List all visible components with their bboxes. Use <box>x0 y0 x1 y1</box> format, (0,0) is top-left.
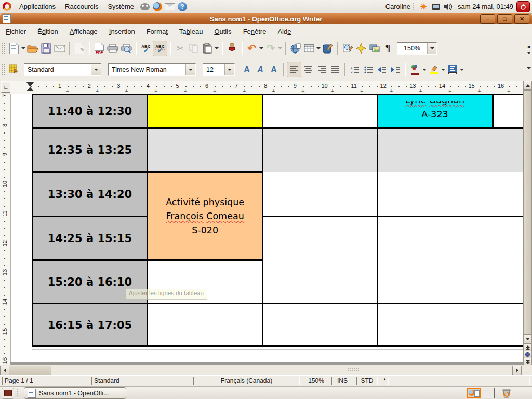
signature-field[interactable] <box>392 377 411 385</box>
align-justify-button[interactable] <box>328 62 342 77</box>
menu-outils[interactable]: Outils <box>208 26 237 37</box>
table-cell[interactable] <box>493 217 524 260</box>
close-button[interactable]: ✕ <box>514 14 529 24</box>
page-preview-button[interactable] <box>119 41 133 56</box>
schedule-table[interactable]: 11:40 à 12:30Lyne GagnonA-32312:35 à 13:… <box>32 94 524 347</box>
copy-icon[interactable] <box>187 41 201 56</box>
font-name-combo[interactable]: Times New Roman <box>108 63 196 76</box>
horizontal-scrollbar[interactable] <box>0 365 532 376</box>
toolbar-options-dropdown[interactable] <box>527 67 531 78</box>
taskbar-window-button[interactable]: Sans nom1 - OpenOffi... <box>24 387 126 399</box>
align-left-button[interactable] <box>287 62 301 77</box>
firefox-icon[interactable] <box>152 2 163 12</box>
navigator-button[interactable] <box>354 41 368 56</box>
insert-table-button[interactable] <box>302 41 316 56</box>
menu-dition[interactable]: Édition <box>32 26 64 37</box>
update-notifier-icon[interactable]: ✳ <box>418 2 429 12</box>
gallery-button[interactable] <box>368 41 381 56</box>
table-cell[interactable] <box>377 128 493 172</box>
cut-icon[interactable]: ✂ <box>174 41 187 56</box>
font-size-combo[interactable]: 12 <box>203 63 235 76</box>
show-desktop-button[interactable] <box>2 388 14 399</box>
table-cell[interactable] <box>377 217 493 260</box>
underline-button[interactable]: A <box>267 62 281 77</box>
language-field[interactable]: Français (Canada) <box>193 377 300 385</box>
open-button[interactable] <box>26 41 39 56</box>
info-field[interactable] <box>415 377 530 385</box>
menu-fentre[interactable]: Fenêtre <box>237 26 272 37</box>
insert-table-dropdown[interactable] <box>316 41 321 56</box>
menu-tableau[interactable]: Tableau <box>174 26 209 37</box>
font-color-button[interactable] <box>408 62 422 77</box>
menu-aide[interactable]: Aide <box>272 26 297 37</box>
toolbar-options-dropdown[interactable] <box>527 52 531 54</box>
event-cell-lyne-gagnon[interactable]: Lyne GagnonA-323 <box>377 95 493 128</box>
gimp-icon[interactable] <box>140 2 150 12</box>
vertical-scroll-thumb[interactable] <box>523 90 532 334</box>
selection-mode-field[interactable]: STD <box>356 377 378 385</box>
paste-button[interactable] <box>201 41 214 56</box>
align-center-button[interactable] <box>301 62 315 77</box>
zoom-field[interactable]: 150% <box>304 377 328 385</box>
new-document-dropdown[interactable] <box>21 41 26 56</box>
format-paintbrush-button[interactable] <box>225 41 239 56</box>
increase-indent-button[interactable] <box>389 62 402 77</box>
menu-affichage[interactable]: Affichage <box>64 26 103 37</box>
align-right-button[interactable] <box>315 62 328 77</box>
ubuntu-logo-icon[interactable] <box>3 2 11 11</box>
panel-menu-system[interactable]: Système <box>103 0 139 13</box>
tab-type-selector[interactable]: ∟ <box>1 81 11 93</box>
toolbar-overflow-button[interactable]: » <box>527 43 530 50</box>
vertical-ruler[interactable]: 78910111213141516 <box>0 94 10 365</box>
table-cell[interactable] <box>377 260 493 304</box>
window-titlebar[interactable]: Sans nom1 - OpenOffice.org Writer – □ ✕ <box>0 13 532 24</box>
table-cell[interactable] <box>263 172 377 217</box>
time-cell[interactable]: 11:40 à 12:30 <box>33 95 148 128</box>
trash-icon[interactable] <box>501 388 512 398</box>
decrease-indent-button[interactable] <box>375 62 389 77</box>
workspace-switcher[interactable] <box>467 388 495 398</box>
table-cell[interactable] <box>263 217 377 260</box>
highlighting-button[interactable] <box>427 62 441 77</box>
panel-menu-applications[interactable]: Applications <box>15 0 60 13</box>
styles-window-button[interactable] <box>7 62 21 77</box>
table-cell[interactable] <box>263 95 377 128</box>
menu-insertion[interactable]: Insertion <box>103 26 141 37</box>
draw-functions-button[interactable] <box>321 41 335 56</box>
power-button[interactable] <box>516 1 530 12</box>
vertical-scrollbar[interactable] <box>523 81 532 365</box>
save-button[interactable] <box>39 41 53 56</box>
table-cell[interactable] <box>493 304 524 347</box>
print-button[interactable] <box>106 41 119 56</box>
maximize-button[interactable]: □ <box>497 14 512 24</box>
table-cell[interactable] <box>147 128 262 172</box>
evolution-mail-icon[interactable] <box>165 2 175 12</box>
insert-mode-field[interactable]: INS <box>331 377 353 385</box>
email-button[interactable] <box>53 41 66 56</box>
zoom-dropdown[interactable] <box>427 42 437 55</box>
toolbar-grip[interactable] <box>2 63 5 76</box>
time-cell[interactable]: 13:30 à 14:20 <box>33 172 148 217</box>
table-cell[interactable] <box>147 304 262 347</box>
table-cell[interactable] <box>147 95 262 128</box>
undo-icon[interactable]: ↶ <box>245 41 259 56</box>
scroll-up-button[interactable] <box>523 81 532 90</box>
document-page[interactable]: 11:40 à 12:30Lyne GagnonA-32312:35 à 13:… <box>10 94 524 362</box>
toolbar-grip[interactable] <box>2 42 5 55</box>
event-cell-activite-physique[interactable]: Activité physiqueFrançois ComeauS-020 <box>147 172 262 260</box>
username-label[interactable]: Caroline <box>385 3 410 10</box>
undo-dropdown[interactable] <box>259 41 264 56</box>
table-cell[interactable] <box>263 260 377 304</box>
menu-format[interactable]: Format <box>141 26 174 37</box>
panel-menu-places[interactable]: Raccourcis <box>60 0 103 13</box>
table-cell[interactable] <box>493 95 524 128</box>
paragraph-style-combo[interactable]: Standard <box>24 63 101 76</box>
auto-spellcheck-button[interactable]: ABC✓ <box>153 41 167 56</box>
background-color-button[interactable] <box>446 62 459 77</box>
table-cell[interactable] <box>377 304 493 347</box>
previous-page-button[interactable] <box>523 343 532 351</box>
zoom-combo[interactable]: 150% <box>397 42 427 55</box>
export-pdf-button[interactable]: PDF <box>92 41 106 56</box>
table-cell[interactable] <box>263 128 377 172</box>
redo-dropdown[interactable] <box>277 41 283 56</box>
